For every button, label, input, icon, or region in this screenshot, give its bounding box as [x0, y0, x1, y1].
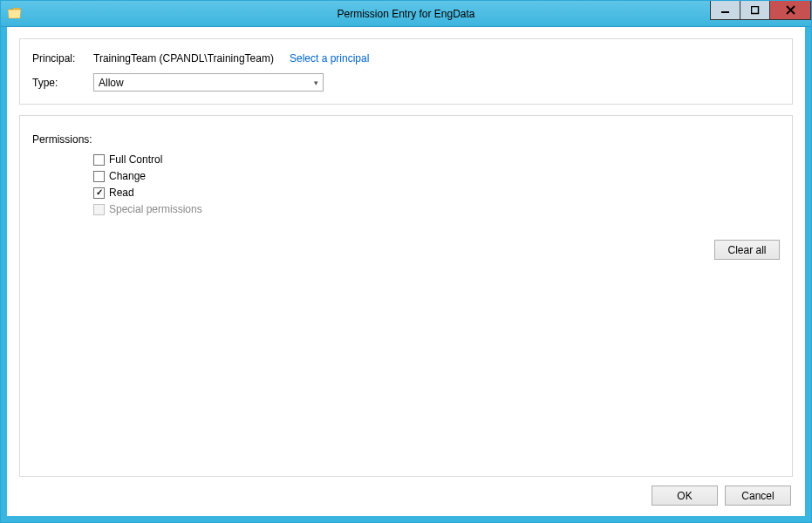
type-row: Type: Allow ▾: [32, 73, 780, 92]
permission-label: Change: [109, 170, 146, 182]
type-dropdown-value: Allow: [99, 77, 124, 89]
principal-value: TrainingTeam (CPANDL\TrainingTeam): [93, 52, 274, 65]
checkbox-change[interactable]: [93, 171, 105, 182]
chevron-down-icon: ▾: [314, 78, 318, 87]
permission-label: Read: [109, 187, 134, 199]
principal-type-panel: Principal: TrainingTeam (CPANDL\Training…: [19, 38, 793, 105]
clear-all-button[interactable]: Clear all: [714, 240, 780, 260]
permission-item-full-control[interactable]: Full Control: [93, 153, 780, 166]
principal-row: Principal: TrainingTeam (CPANDL\Training…: [32, 52, 780, 65]
checkbox-read[interactable]: [93, 187, 105, 199]
folder-icon: [7, 7, 21, 21]
permission-item-special: Special permissions: [93, 203, 780, 215]
type-dropdown[interactable]: Allow ▾: [93, 73, 324, 92]
dialog-button-bar: OK Cancel: [19, 486, 793, 506]
checkbox-full-control[interactable]: [93, 154, 105, 166]
minimize-button[interactable]: [710, 1, 740, 20]
permission-label: Special permissions: [109, 203, 202, 215]
permission-label: Full Control: [109, 153, 162, 166]
ok-button[interactable]: OK: [652, 486, 718, 506]
permission-item-change[interactable]: Change: [93, 170, 780, 182]
close-button[interactable]: [769, 1, 811, 20]
maximize-button[interactable]: [740, 1, 769, 20]
permissions-list: Full Control Change Read Special permiss…: [93, 153, 780, 215]
client-area: Principal: TrainingTeam (CPANDL\Training…: [1, 27, 811, 522]
checkbox-special: [93, 204, 105, 215]
select-principal-link[interactable]: Select a principal: [290, 52, 369, 65]
permission-item-read[interactable]: Read: [93, 187, 780, 199]
permissions-panel: Permissions: Full Control Change Read Sp…: [19, 115, 793, 477]
window-title: Permission Entry for EngData: [1, 8, 811, 20]
svg-rect-1: [751, 6, 758, 13]
svg-rect-0: [721, 11, 729, 13]
clear-all-row: Clear all: [32, 240, 780, 260]
principal-label: Principal:: [32, 52, 93, 65]
window-controls: [710, 1, 811, 20]
type-label: Type:: [32, 77, 93, 89]
titlebar: Permission Entry for EngData: [1, 1, 811, 27]
permissions-heading: Permissions:: [32, 133, 780, 146]
permission-entry-window: Permission Entry for EngData Principal: …: [0, 0, 812, 523]
cancel-button[interactable]: Cancel: [725, 486, 791, 506]
